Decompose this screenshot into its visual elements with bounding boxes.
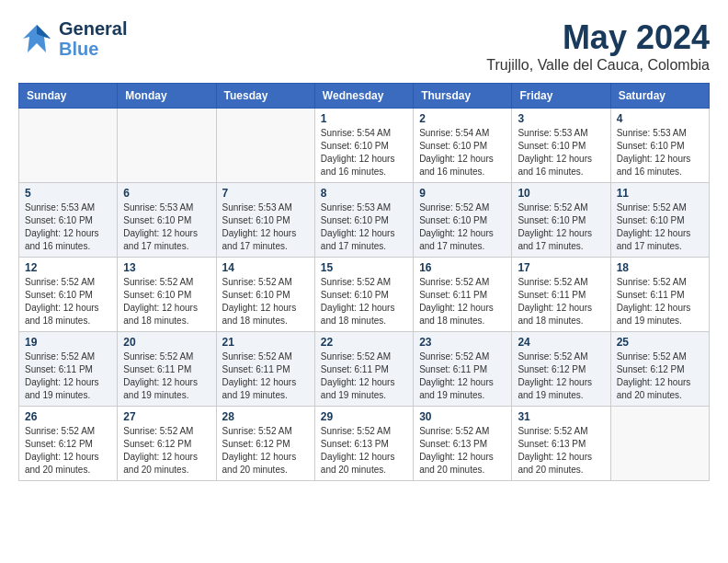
day-number: 16 xyxy=(419,261,506,274)
day-info: Sunrise: 5:52 AM Sunset: 6:10 PM Dayligh… xyxy=(419,201,506,253)
logo-line1: General xyxy=(59,18,127,39)
calendar-week-row: 19Sunrise: 5:52 AM Sunset: 6:11 PM Dayli… xyxy=(19,332,710,407)
day-info: Sunrise: 5:52 AM Sunset: 6:12 PM Dayligh… xyxy=(617,350,703,402)
day-info: Sunrise: 5:53 AM Sunset: 6:10 PM Dayligh… xyxy=(518,127,604,178)
day-number: 29 xyxy=(321,410,407,423)
logo-icon xyxy=(18,20,55,57)
day-number: 28 xyxy=(222,410,309,423)
day-number: 27 xyxy=(123,410,210,423)
weekday-header: Tuesday xyxy=(216,84,314,109)
day-number: 13 xyxy=(123,261,210,274)
page-header: General Blue May 2024 Trujillo, Valle de… xyxy=(18,18,710,74)
day-number: 11 xyxy=(617,187,703,200)
day-number: 14 xyxy=(222,261,309,274)
day-info: Sunrise: 5:52 AM Sunset: 6:10 PM Dayligh… xyxy=(617,201,703,253)
day-info: Sunrise: 5:52 AM Sunset: 6:11 PM Dayligh… xyxy=(419,350,506,402)
day-info: Sunrise: 5:53 AM Sunset: 6:10 PM Dayligh… xyxy=(123,201,210,253)
day-number: 20 xyxy=(123,336,210,349)
calendar-cell: 30Sunrise: 5:52 AM Sunset: 6:13 PM Dayli… xyxy=(414,407,512,481)
day-info: Sunrise: 5:52 AM Sunset: 6:12 PM Dayligh… xyxy=(222,425,309,477)
calendar-cell: 20Sunrise: 5:52 AM Sunset: 6:11 PM Dayli… xyxy=(118,332,216,407)
calendar-cell: 25Sunrise: 5:52 AM Sunset: 6:12 PM Dayli… xyxy=(610,332,709,407)
weekday-header: Monday xyxy=(118,84,216,109)
day-info: Sunrise: 5:52 AM Sunset: 6:11 PM Dayligh… xyxy=(419,276,506,327)
day-number: 21 xyxy=(222,336,309,349)
day-info: Sunrise: 5:52 AM Sunset: 6:12 PM Dayligh… xyxy=(123,425,210,477)
weekday-header: Sunday xyxy=(19,84,118,109)
calendar-cell: 19Sunrise: 5:52 AM Sunset: 6:11 PM Dayli… xyxy=(19,332,118,407)
calendar-cell: 4Sunrise: 5:53 AM Sunset: 6:10 PM Daylig… xyxy=(610,109,709,183)
calendar-week-row: 5Sunrise: 5:53 AM Sunset: 6:10 PM Daylig… xyxy=(19,183,710,258)
day-info: Sunrise: 5:53 AM Sunset: 6:10 PM Dayligh… xyxy=(25,201,111,253)
day-number: 2 xyxy=(419,112,506,125)
day-info: Sunrise: 5:52 AM Sunset: 6:10 PM Dayligh… xyxy=(123,276,210,327)
calendar-cell: 10Sunrise: 5:52 AM Sunset: 6:10 PM Dayli… xyxy=(512,183,610,258)
day-number: 7 xyxy=(222,187,309,200)
weekday-header: Friday xyxy=(512,84,610,109)
calendar-week-row: 26Sunrise: 5:52 AM Sunset: 6:12 PM Dayli… xyxy=(19,407,710,481)
calendar-cell: 28Sunrise: 5:52 AM Sunset: 6:12 PM Dayli… xyxy=(216,407,314,481)
calendar-cell: 13Sunrise: 5:52 AM Sunset: 6:10 PM Dayli… xyxy=(118,258,216,332)
day-info: Sunrise: 5:54 AM Sunset: 6:10 PM Dayligh… xyxy=(419,127,506,178)
day-number: 23 xyxy=(419,336,506,349)
calendar-cell: 24Sunrise: 5:52 AM Sunset: 6:12 PM Dayli… xyxy=(512,332,610,407)
calendar-cell: 17Sunrise: 5:52 AM Sunset: 6:11 PM Dayli… xyxy=(512,258,610,332)
calendar-cell: 18Sunrise: 5:52 AM Sunset: 6:11 PM Dayli… xyxy=(610,258,709,332)
calendar-cell: 6Sunrise: 5:53 AM Sunset: 6:10 PM Daylig… xyxy=(118,183,216,258)
calendar-cell: 21Sunrise: 5:52 AM Sunset: 6:11 PM Dayli… xyxy=(216,332,314,407)
weekday-header: Saturday xyxy=(610,84,709,109)
weekday-header: Wednesday xyxy=(314,84,413,109)
page-title: May 2024 xyxy=(486,18,710,57)
day-number: 9 xyxy=(419,187,506,200)
calendar-week-row: 1Sunrise: 5:54 AM Sunset: 6:10 PM Daylig… xyxy=(19,109,710,183)
calendar-cell: 5Sunrise: 5:53 AM Sunset: 6:10 PM Daylig… xyxy=(19,183,118,258)
day-number: 15 xyxy=(321,261,407,274)
day-number: 22 xyxy=(321,336,407,349)
calendar-cell: 9Sunrise: 5:52 AM Sunset: 6:10 PM Daylig… xyxy=(414,183,512,258)
calendar-cell: 1Sunrise: 5:54 AM Sunset: 6:10 PM Daylig… xyxy=(314,109,413,183)
logo: General Blue xyxy=(18,18,127,59)
day-number: 24 xyxy=(518,336,604,349)
calendar-cell: 27Sunrise: 5:52 AM Sunset: 6:12 PM Dayli… xyxy=(118,407,216,481)
calendar-cell: 11Sunrise: 5:52 AM Sunset: 6:10 PM Dayli… xyxy=(610,183,709,258)
day-info: Sunrise: 5:52 AM Sunset: 6:12 PM Dayligh… xyxy=(25,425,111,477)
day-number: 1 xyxy=(321,112,407,125)
calendar-cell xyxy=(118,109,216,183)
day-info: Sunrise: 5:52 AM Sunset: 6:12 PM Dayligh… xyxy=(518,350,604,402)
day-number: 31 xyxy=(518,410,604,423)
weekday-header: Thursday xyxy=(414,84,512,109)
day-info: Sunrise: 5:52 AM Sunset: 6:11 PM Dayligh… xyxy=(222,350,309,402)
day-info: Sunrise: 5:52 AM Sunset: 6:10 PM Dayligh… xyxy=(518,201,604,253)
day-info: Sunrise: 5:52 AM Sunset: 6:11 PM Dayligh… xyxy=(518,276,604,327)
day-info: Sunrise: 5:52 AM Sunset: 6:11 PM Dayligh… xyxy=(25,350,111,402)
day-info: Sunrise: 5:54 AM Sunset: 6:10 PM Dayligh… xyxy=(321,127,407,178)
calendar-cell: 23Sunrise: 5:52 AM Sunset: 6:11 PM Dayli… xyxy=(414,332,512,407)
calendar-cell: 8Sunrise: 5:53 AM Sunset: 6:10 PM Daylig… xyxy=(314,183,413,258)
day-number: 18 xyxy=(617,261,703,274)
calendar-cell: 14Sunrise: 5:52 AM Sunset: 6:10 PM Dayli… xyxy=(216,258,314,332)
day-number: 25 xyxy=(617,336,703,349)
day-number: 26 xyxy=(25,410,111,423)
calendar-cell xyxy=(610,407,709,481)
calendar-header-row: SundayMondayTuesdayWednesdayThursdayFrid… xyxy=(19,84,710,109)
day-info: Sunrise: 5:52 AM Sunset: 6:10 PM Dayligh… xyxy=(25,276,111,327)
day-info: Sunrise: 5:52 AM Sunset: 6:13 PM Dayligh… xyxy=(321,425,407,477)
calendar-cell: 22Sunrise: 5:52 AM Sunset: 6:11 PM Dayli… xyxy=(314,332,413,407)
calendar-cell xyxy=(19,109,118,183)
day-number: 6 xyxy=(123,187,210,200)
day-info: Sunrise: 5:53 AM Sunset: 6:10 PM Dayligh… xyxy=(321,201,407,253)
logo-line2: Blue xyxy=(59,39,127,59)
day-info: Sunrise: 5:52 AM Sunset: 6:10 PM Dayligh… xyxy=(222,276,309,327)
calendar-cell: 12Sunrise: 5:52 AM Sunset: 6:10 PM Dayli… xyxy=(19,258,118,332)
day-info: Sunrise: 5:52 AM Sunset: 6:11 PM Dayligh… xyxy=(617,276,703,327)
calendar-week-row: 12Sunrise: 5:52 AM Sunset: 6:10 PM Dayli… xyxy=(19,258,710,332)
calendar-cell: 7Sunrise: 5:53 AM Sunset: 6:10 PM Daylig… xyxy=(216,183,314,258)
calendar-cell: 31Sunrise: 5:52 AM Sunset: 6:13 PM Dayli… xyxy=(512,407,610,481)
calendar-cell: 26Sunrise: 5:52 AM Sunset: 6:12 PM Dayli… xyxy=(19,407,118,481)
day-info: Sunrise: 5:52 AM Sunset: 6:10 PM Dayligh… xyxy=(321,276,407,327)
calendar-cell: 15Sunrise: 5:52 AM Sunset: 6:10 PM Dayli… xyxy=(314,258,413,332)
day-number: 19 xyxy=(25,336,111,349)
day-number: 5 xyxy=(25,187,111,200)
day-number: 30 xyxy=(419,410,506,423)
calendar-table: SundayMondayTuesdayWednesdayThursdayFrid… xyxy=(18,83,710,481)
